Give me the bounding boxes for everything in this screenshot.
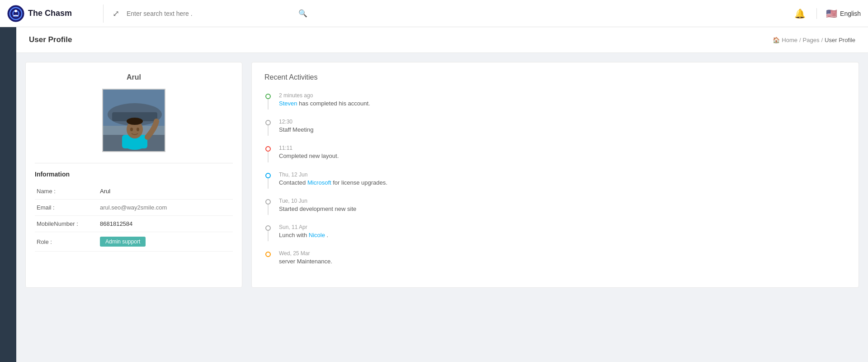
timeline-text: Lunch with Nicole . bbox=[279, 231, 846, 239]
timeline-left bbox=[264, 171, 272, 189]
home-icon: 🏠 bbox=[773, 37, 780, 43]
info-row: Email :arul.seo@way2smile.com bbox=[35, 200, 233, 216]
main-content: User Profile 🏠 Home / Pages / User Profi… bbox=[16, 27, 868, 362]
timeline-item: Wed, 25 Marserver Maintenance. bbox=[264, 250, 846, 267]
info-table: Name :ArulEmail :arul.seo@way2smile.comM… bbox=[35, 183, 233, 252]
timeline-time: Wed, 25 Mar bbox=[279, 250, 846, 257]
timeline-left bbox=[264, 92, 272, 110]
activities-card: Recent Activities 2 minutes agoSteven ha… bbox=[251, 62, 859, 288]
timeline-line bbox=[268, 125, 269, 136]
search-input[interactable] bbox=[127, 10, 296, 17]
timeline-item: Tue, 10 JunStarted development new site bbox=[264, 198, 846, 215]
notification-button[interactable]: 🔔 bbox=[793, 6, 807, 21]
layout: User Profile 🏠 Home / Pages / User Profi… bbox=[0, 27, 868, 362]
info-field-value: arul.seo@way2smile.com bbox=[98, 200, 233, 216]
svg-point-13 bbox=[130, 128, 133, 131]
header-right: 🔔 🇺🇸 English bbox=[793, 6, 861, 21]
breadcrumb-sep2: / bbox=[821, 37, 823, 43]
timeline-text: Staff Meeting bbox=[279, 126, 846, 134]
svg-point-14 bbox=[137, 128, 139, 131]
search-icon: 🔍 bbox=[298, 9, 307, 18]
timeline-dot bbox=[265, 199, 271, 205]
expand-button[interactable]: ⤢ bbox=[109, 7, 123, 20]
header: The Chasm ⤢ 🔍 🔔 🇺🇸 English bbox=[0, 0, 868, 27]
info-section: Information Name :ArulEmail :arul.seo@wa… bbox=[35, 171, 233, 252]
profile-card: Arul bbox=[25, 62, 242, 288]
info-field-label: Email : bbox=[35, 200, 98, 216]
timeline-line bbox=[268, 178, 269, 189]
info-section-title: Information bbox=[35, 171, 233, 178]
app-name: The Chasm bbox=[28, 9, 72, 18]
timeline-item: Sun, 11 AprLunch with Nicole . bbox=[264, 224, 846, 241]
timeline-time: 2 minutes ago bbox=[279, 92, 846, 99]
svg-point-12 bbox=[127, 118, 143, 125]
timeline-dot bbox=[265, 252, 271, 257]
profile-name: Arul bbox=[35, 73, 233, 81]
timeline-line bbox=[268, 205, 269, 215]
timeline-item: 2 minutes agoSteven has completed his ac… bbox=[264, 92, 846, 110]
breadcrumb-home[interactable]: Home bbox=[782, 37, 797, 43]
profile-divider bbox=[35, 163, 233, 163]
avatar-svg bbox=[103, 90, 165, 152]
info-field-label: Name : bbox=[35, 183, 98, 200]
flag-icon: 🇺🇸 bbox=[826, 8, 837, 19]
info-field-value: 8681812584 bbox=[98, 216, 233, 232]
timeline-left bbox=[264, 250, 272, 267]
timeline-item: 11:11Completed new layout. bbox=[264, 145, 846, 162]
sidebar bbox=[0, 27, 16, 362]
app-logo[interactable]: The Chasm bbox=[7, 5, 98, 22]
timeline-content: Wed, 25 Marserver Maintenance. bbox=[279, 250, 846, 267]
avatar bbox=[102, 89, 165, 152]
page-title: User Profile bbox=[29, 35, 72, 44]
language-selector[interactable]: 🇺🇸 English bbox=[816, 8, 861, 19]
timeline-text: server Maintenance. bbox=[279, 257, 846, 266]
info-row: Role :Admin support bbox=[35, 232, 233, 252]
header-divider bbox=[103, 5, 104, 23]
logo-icon bbox=[7, 5, 24, 22]
info-field-value: Arul bbox=[98, 183, 233, 200]
timeline-line bbox=[268, 152, 269, 162]
language-text: English bbox=[840, 10, 861, 17]
timeline-link[interactable]: Microsoft bbox=[307, 179, 331, 186]
timeline-item: Thu, 12 JunContacted Microsoft for licen… bbox=[264, 171, 846, 189]
info-row: MobileNumber :8681812584 bbox=[35, 216, 233, 232]
timeline-dot bbox=[265, 173, 271, 178]
timeline-time: 11:11 bbox=[279, 145, 846, 151]
svg-point-3 bbox=[14, 10, 17, 12]
timeline-line bbox=[268, 99, 269, 110]
info-field-label: MobileNumber : bbox=[35, 216, 98, 232]
timeline-content: Tue, 10 JunStarted development new site bbox=[279, 198, 846, 215]
timeline-link[interactable]: Steven bbox=[279, 100, 297, 107]
timeline-left bbox=[264, 119, 272, 136]
info-field-label: Role : bbox=[35, 232, 98, 252]
page-header: User Profile 🏠 Home / Pages / User Profi… bbox=[16, 27, 868, 53]
timeline-dot bbox=[265, 225, 271, 231]
profile-container: Arul bbox=[16, 62, 868, 297]
timeline-link[interactable]: Nicole bbox=[309, 232, 325, 238]
timeline-left bbox=[264, 198, 272, 215]
timeline: 2 minutes agoSteven has completed his ac… bbox=[264, 92, 846, 267]
timeline-line bbox=[268, 231, 269, 241]
avatar-container bbox=[35, 89, 233, 152]
expand-icon: ⤢ bbox=[113, 9, 119, 18]
timeline-content: 2 minutes agoSteven has completed his ac… bbox=[279, 92, 846, 110]
timeline-content: 11:11Completed new layout. bbox=[279, 145, 846, 162]
timeline-content: Sun, 11 AprLunch with Nicole . bbox=[279, 224, 846, 241]
timeline-text: Steven has completed his account. bbox=[279, 100, 846, 108]
timeline-dot bbox=[265, 146, 271, 152]
role-badge: Admin support bbox=[100, 237, 146, 247]
bell-icon: 🔔 bbox=[794, 9, 806, 19]
search-area: 🔍 bbox=[127, 9, 307, 18]
breadcrumb-pages[interactable]: Pages bbox=[803, 37, 820, 43]
breadcrumb-sep1: / bbox=[799, 37, 801, 43]
timeline-dot bbox=[265, 120, 271, 125]
timeline-left bbox=[264, 145, 272, 162]
info-field-value: Admin support bbox=[98, 232, 233, 252]
breadcrumb-current: User Profile bbox=[825, 37, 855, 43]
timeline-time: Tue, 10 Jun bbox=[279, 198, 846, 204]
timeline-time: Thu, 12 Jun bbox=[279, 171, 846, 178]
timeline-item: 12:30Staff Meeting bbox=[264, 119, 846, 136]
timeline-dot bbox=[265, 94, 271, 99]
timeline-text: Contacted Microsoft for license upgrades… bbox=[279, 179, 846, 187]
timeline-left bbox=[264, 224, 272, 241]
